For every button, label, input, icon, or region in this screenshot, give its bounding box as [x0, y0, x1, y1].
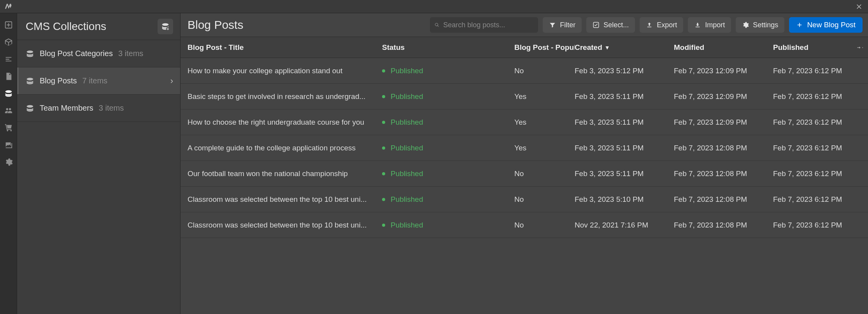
- cell-popular: No: [514, 221, 575, 229]
- cell-published: Feb 7, 2023 6:12 PM: [773, 144, 863, 152]
- cell-published: Feb 7, 2023 6:12 PM: [773, 169, 863, 178]
- box-icon[interactable]: [0, 34, 17, 51]
- collection-count: 7 items: [82, 76, 107, 85]
- col-title[interactable]: Blog Post - Title: [188, 43, 382, 52]
- import-button[interactable]: Import: [688, 17, 731, 33]
- status-text: Published: [391, 169, 423, 178]
- new-item-button[interactable]: New Blog Post: [789, 17, 863, 33]
- cell-published: Feb 7, 2023 6:12 PM: [773, 118, 863, 127]
- status-text: Published: [391, 92, 423, 101]
- cell-popular: Yes: [514, 144, 575, 152]
- status-dot-icon: [382, 146, 385, 150]
- users-icon[interactable]: [0, 102, 17, 119]
- cell-status: Published: [382, 169, 514, 178]
- cell-modified: Feb 7, 2023 12:08 PM: [674, 169, 773, 178]
- status-text: Published: [391, 144, 423, 152]
- cell-created: Feb 3, 2023 5:11 PM: [575, 144, 674, 152]
- select-button[interactable]: Select...: [586, 17, 635, 33]
- filter-icon: [549, 21, 556, 28]
- cell-modified: Feb 7, 2023 12:08 PM: [674, 144, 773, 152]
- cell-title: Our football team won the national champ…: [188, 169, 382, 178]
- collection-item[interactable]: Blog Post Categories3 items: [17, 40, 180, 67]
- cell-popular: Yes: [514, 92, 575, 101]
- cell-status: Published: [382, 195, 514, 204]
- cell-status: Published: [382, 144, 514, 152]
- cell-published: Feb 7, 2023 6:12 PM: [773, 67, 863, 75]
- status-text: Published: [391, 221, 423, 229]
- import-icon: [694, 21, 701, 28]
- cell-status: Published: [382, 221, 514, 229]
- cell-modified: Feb 7, 2023 12:09 PM: [674, 67, 773, 75]
- table-row[interactable]: A complete guide to the college applicat…: [181, 135, 868, 161]
- collection-item[interactable]: Team Members3 items: [17, 95, 180, 122]
- window-titlebar: [0, 0, 868, 13]
- col-published[interactable]: Published: [773, 43, 863, 52]
- lines-icon[interactable]: [0, 51, 17, 68]
- cell-status: Published: [382, 118, 514, 127]
- pin-icon[interactable]: [857, 43, 864, 52]
- table-row[interactable]: Basic steps to get involved in research …: [181, 84, 868, 109]
- cell-status: Published: [382, 92, 514, 101]
- cell-created: Feb 3, 2023 5:10 PM: [575, 195, 674, 204]
- col-status[interactable]: Status: [382, 43, 514, 52]
- close-icon[interactable]: [851, 0, 868, 13]
- ecommerce-icon[interactable]: [0, 119, 17, 136]
- chevron-right-icon: ›: [170, 76, 173, 86]
- assets-icon[interactable]: [0, 136, 17, 153]
- export-icon: [646, 21, 653, 28]
- collection-count: 3 items: [99, 104, 124, 113]
- cell-popular: No: [514, 67, 575, 75]
- status-dot-icon: [382, 95, 385, 98]
- export-button[interactable]: Export: [640, 17, 683, 33]
- content-title: Blog Posts: [188, 18, 243, 32]
- filter-button[interactable]: Filter: [543, 17, 582, 33]
- col-created[interactable]: Created▼: [575, 43, 674, 52]
- table-row[interactable]: Our football team won the national champ…: [181, 161, 868, 187]
- collection-name: Team Members: [40, 104, 93, 113]
- table-row[interactable]: How to make your college application sta…: [181, 58, 868, 84]
- items-table: Blog Post - Title Status Blog Post - Pop…: [181, 37, 868, 314]
- cell-modified: Feb 7, 2023 12:09 PM: [674, 118, 773, 127]
- cell-status: Published: [382, 67, 514, 75]
- cell-popular: No: [514, 195, 575, 204]
- status-dot-icon: [382, 69, 385, 72]
- webflow-logo-icon[interactable]: [0, 2, 17, 11]
- cell-created: Feb 3, 2023 5:12 PM: [575, 67, 674, 75]
- settings-rail-icon[interactable]: [0, 153, 17, 171]
- collection-name: Blog Post Categories: [40, 49, 113, 58]
- cell-title: How to make your college application sta…: [188, 67, 382, 75]
- search-input[interactable]: [443, 21, 533, 29]
- cms-icon[interactable]: [0, 85, 17, 102]
- cell-published: Feb 7, 2023 6:12 PM: [773, 195, 863, 204]
- plus-icon: [796, 21, 803, 28]
- collection-item[interactable]: Blog Posts7 items›: [17, 67, 180, 95]
- table-header: Blog Post - Title Status Blog Post - Pop…: [181, 37, 868, 58]
- status-text: Published: [391, 195, 423, 204]
- table-row[interactable]: Classroom was selected between the top 1…: [181, 187, 868, 212]
- table-row[interactable]: Classroom was selected between the top 1…: [181, 212, 868, 238]
- new-collection-button[interactable]: [158, 19, 173, 34]
- status-text: Published: [391, 118, 423, 127]
- settings-button[interactable]: Settings: [736, 17, 784, 33]
- content-header: Blog Posts Filter Select... Export: [181, 13, 868, 37]
- col-popular[interactable]: Blog Post - Popular: [514, 43, 575, 52]
- table-row[interactable]: How to choose the right undergraduate co…: [181, 109, 868, 135]
- cell-title: How to choose the right undergraduate co…: [188, 118, 382, 127]
- page-icon[interactable]: [0, 68, 17, 85]
- search-icon: [435, 21, 439, 28]
- add-icon[interactable]: [0, 16, 17, 34]
- status-dot-icon: [382, 172, 385, 175]
- status-dot-icon: [382, 121, 385, 124]
- cell-modified: Feb 7, 2023 12:08 PM: [674, 221, 773, 229]
- cell-title: Classroom was selected between the top 1…: [188, 221, 382, 229]
- cell-published: Feb 7, 2023 6:12 PM: [773, 92, 863, 101]
- collections-title: CMS Collections: [26, 20, 106, 33]
- cell-created: Nov 22, 2021 7:16 PM: [575, 221, 674, 229]
- cell-modified: Feb 7, 2023 12:09 PM: [674, 92, 773, 101]
- col-modified[interactable]: Modified: [674, 43, 773, 52]
- cell-created: Feb 3, 2023 5:11 PM: [575, 169, 674, 178]
- cell-title: A complete guide to the college applicat…: [188, 144, 382, 152]
- status-text: Published: [391, 67, 423, 75]
- search-input-wrap[interactable]: [430, 17, 538, 33]
- cell-published: Feb 7, 2023 6:12 PM: [773, 221, 863, 229]
